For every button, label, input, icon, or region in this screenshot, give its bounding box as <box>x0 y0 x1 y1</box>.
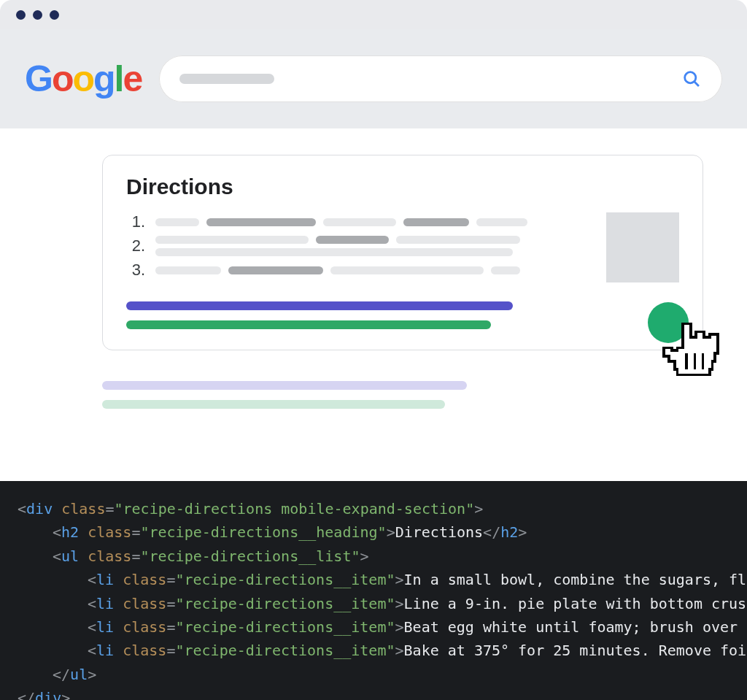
text-placeholder <box>396 236 520 244</box>
logo-letter: G <box>25 61 52 97</box>
code-line: <h2 class="recipe-directions__heading">D… <box>18 520 747 544</box>
logo-letter: g <box>93 61 115 97</box>
code-line: <li class="recipe-directions__item">Line… <box>18 592 747 615</box>
window-titlebar <box>0 0 747 29</box>
direction-number: 3. <box>126 261 145 280</box>
result-link-secondary[interactable] <box>126 320 491 329</box>
direction-item: 1. <box>126 212 592 231</box>
code-line: </ul> <box>18 663 747 686</box>
search-placeholder-bar <box>179 74 274 84</box>
text-placeholder <box>476 218 527 226</box>
window-zoom-dot[interactable] <box>50 10 59 20</box>
direction-item: 3. <box>126 261 592 280</box>
search-icon[interactable] <box>681 69 702 89</box>
window-minimize-dot[interactable] <box>33 10 42 20</box>
text-placeholder <box>155 236 309 244</box>
pointer-cursor-icon <box>658 318 721 388</box>
code-line: <li class="recipe-directions__item">Beat… <box>18 615 747 639</box>
window-close-dot[interactable] <box>16 10 26 20</box>
code-line: <li class="recipe-directions__item">Bake… <box>18 639 747 662</box>
logo-letter: o <box>72 61 93 97</box>
faded-result <box>102 381 703 409</box>
directions-card: Directions 1. <box>102 155 703 350</box>
devtools-code-panel: <div class="recipe-directions mobile-exp… <box>0 481 747 700</box>
code-line: <div class="recipe-directions mobile-exp… <box>18 497 747 520</box>
card-title: Directions <box>126 174 679 199</box>
svg-rect-3 <box>694 353 697 369</box>
svg-rect-4 <box>702 353 705 369</box>
search-input[interactable] <box>159 55 722 102</box>
search-results: Directions 1. <box>0 128 747 409</box>
directions-list: 1. 2. <box>126 212 592 284</box>
result-thumbnail <box>606 212 679 282</box>
code-line: <li class="recipe-directions__item">In a… <box>18 568 747 591</box>
text-placeholder <box>155 266 221 274</box>
text-placeholder <box>155 248 513 256</box>
result-link-secondary[interactable] <box>102 400 445 409</box>
direction-item: 2. <box>126 236 592 256</box>
text-placeholder <box>316 236 389 244</box>
text-placeholder <box>330 266 484 274</box>
browser-window: G o o g l e Directions 1. <box>0 0 747 700</box>
code-line: </div> <box>18 686 747 700</box>
result-link-primary[interactable] <box>126 301 513 310</box>
logo-letter: e <box>123 61 142 97</box>
text-placeholder <box>403 218 469 226</box>
search-header: G o o g l e <box>0 29 747 128</box>
svg-point-0 <box>685 72 696 83</box>
text-placeholder <box>228 266 323 274</box>
svg-line-1 <box>694 82 699 86</box>
code-line: <ul class="recipe-directions__list"> <box>18 545 747 568</box>
text-placeholder <box>155 218 199 226</box>
logo-letter: l <box>115 61 123 97</box>
logo-letter: o <box>52 61 73 97</box>
text-placeholder <box>491 266 520 274</box>
text-placeholder <box>323 218 396 226</box>
svg-rect-2 <box>685 353 688 369</box>
direction-number: 1. <box>126 212 145 231</box>
google-logo[interactable]: G o o g l e <box>25 61 142 97</box>
result-link-primary[interactable] <box>102 381 467 390</box>
direction-number: 2. <box>126 236 145 255</box>
text-placeholder <box>206 218 316 226</box>
